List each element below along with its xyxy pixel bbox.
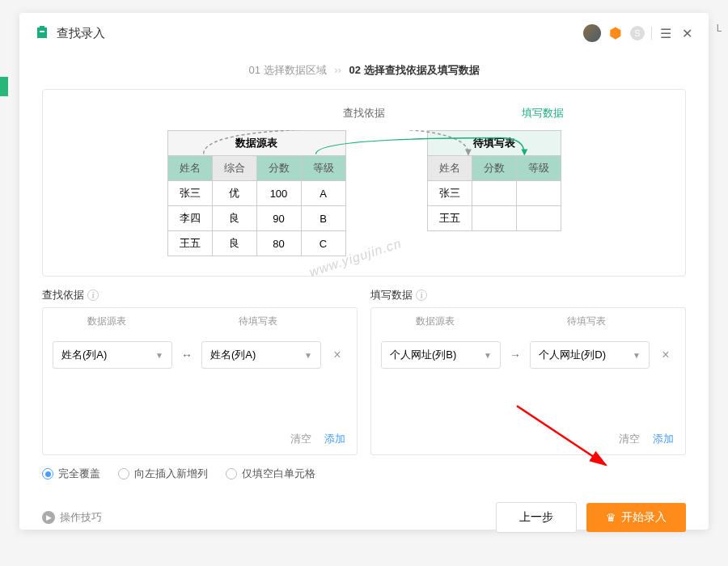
chevron-down-icon: ▼ bbox=[484, 351, 492, 360]
bg-green-bar bbox=[0, 77, 8, 96]
fill-row: 个人网址(列B)▼ → 个人网址(列D)▼ × bbox=[371, 335, 685, 375]
dialog-header: 查找录入 ⬢ S ☰ ✕ bbox=[19, 13, 709, 53]
lookup-mapping-box: 数据源表 待填写表 姓名(列A)▼ ↔ 姓名(列A)▼ × bbox=[42, 307, 358, 455]
remove-row-button[interactable]: × bbox=[328, 348, 347, 362]
step-2: 02 选择查找依据及填写数据 bbox=[349, 64, 479, 76]
lookup-dst-header: 待填写表 bbox=[194, 315, 321, 328]
add-button[interactable]: 添加 bbox=[324, 433, 345, 445]
step-arrow-icon: ›› bbox=[334, 64, 341, 76]
remove-row-button[interactable]: × bbox=[656, 348, 675, 362]
target-table: 待填写表 姓名 分数 等级 张三 王五 bbox=[427, 130, 561, 231]
connector-arrows bbox=[75, 130, 653, 256]
fill-src-select[interactable]: 个人网址(列B)▼ bbox=[381, 341, 501, 369]
clear-button[interactable]: 清空 bbox=[619, 433, 640, 445]
chevron-down-icon: ▼ bbox=[633, 351, 641, 360]
info-icon[interactable]: i bbox=[416, 289, 427, 301]
diagram-area: 查找依据 填写数据 数据源表 姓名 综合 分数 等级 张三优100A 李四良90… bbox=[42, 89, 686, 277]
step-1: 01 选择数据区域 bbox=[248, 64, 326, 76]
fill-dst-header: 待填写表 bbox=[523, 315, 650, 328]
config-columns: 查找依据 i 数据源表 待填写表 姓名(列A)▼ ↔ bbox=[19, 288, 709, 455]
clear-button[interactable]: 清空 bbox=[290, 433, 311, 445]
fill-label: 填写数据 bbox=[522, 106, 564, 120]
lookup-column: 查找依据 i 数据源表 待填写表 姓名(列A)▼ ↔ bbox=[42, 288, 358, 455]
fill-mapping-box: 数据源表 待填写表 个人网址(列B)▼ → 个人网址(列D)▼ × bbox=[370, 307, 686, 455]
fill-column: 填写数据 i 数据源表 待填写表 个人网址(列B)▼ → bbox=[370, 288, 686, 455]
source-table: 数据源表 姓名 综合 分数 等级 张三优100A 李四良90B 王五良80C bbox=[167, 130, 346, 256]
app-icon bbox=[34, 25, 50, 41]
status-icon: S bbox=[630, 26, 645, 40]
play-icon: ▶ bbox=[42, 511, 55, 524]
prev-button[interactable]: 上一步 bbox=[496, 502, 577, 533]
bottom-bar: ▶ 操作技巧 上一步 ♛ 开始录入 bbox=[19, 486, 709, 547]
add-button[interactable]: 添加 bbox=[653, 433, 674, 445]
divider bbox=[651, 27, 652, 40]
lookup-label: 查找依据 bbox=[343, 106, 385, 120]
lookup-src-header: 数据源表 bbox=[43, 315, 170, 328]
fill-src-header: 数据源表 bbox=[371, 315, 498, 328]
chevron-down-icon: ▼ bbox=[304, 351, 312, 360]
fill-dst-select[interactable]: 个人网址(列D)▼ bbox=[530, 341, 650, 369]
tips-link[interactable]: ▶ 操作技巧 bbox=[42, 510, 496, 525]
bidir-arrow-icon: ↔ bbox=[179, 348, 195, 361]
dialog-title: 查找录入 bbox=[57, 26, 583, 41]
arrow-right-icon: → bbox=[507, 348, 523, 361]
header-actions: ⬢ S ☰ ✕ bbox=[583, 24, 694, 42]
radio-overwrite[interactable]: 完全覆盖 bbox=[42, 467, 100, 481]
svg-rect-1 bbox=[40, 26, 44, 29]
crown-icon[interactable]: ⬢ bbox=[607, 25, 624, 41]
lookup-dst-select[interactable]: 姓名(列A)▼ bbox=[201, 341, 321, 369]
lookup-row: 姓名(列A)▼ ↔ 姓名(列A)▼ × bbox=[43, 335, 357, 375]
crown-icon: ♛ bbox=[606, 511, 616, 524]
radio-fill-blank[interactable]: 仅填空白单元格 bbox=[226, 467, 315, 481]
insert-mode-radios: 完全覆盖 向左插入新增列 仅填空白单元格 bbox=[19, 455, 709, 486]
lookup-src-select[interactable]: 姓名(列A)▼ bbox=[53, 341, 172, 369]
dialog-panel: 查找录入 ⬢ S ☰ ✕ 01 选择数据区域 ›› 02 选择查找依据及填写数据… bbox=[19, 13, 709, 530]
bg-column-label: L bbox=[711, 23, 727, 39]
step-indicator: 01 选择数据区域 ›› 02 选择查找依据及填写数据 bbox=[19, 53, 709, 89]
svg-rect-2 bbox=[40, 31, 44, 32]
start-button[interactable]: ♛ 开始录入 bbox=[586, 503, 686, 532]
menu-icon[interactable]: ☰ bbox=[658, 26, 673, 40]
info-icon[interactable]: i bbox=[87, 289, 99, 301]
user-avatar[interactable] bbox=[583, 24, 601, 42]
fill-section-label: 填写数据 bbox=[370, 288, 413, 302]
lookup-section-label: 查找依据 bbox=[42, 288, 84, 302]
close-icon[interactable]: ✕ bbox=[679, 26, 694, 40]
chevron-down-icon: ▼ bbox=[155, 351, 163, 360]
radio-insert-left[interactable]: 向左插入新增列 bbox=[118, 467, 208, 481]
